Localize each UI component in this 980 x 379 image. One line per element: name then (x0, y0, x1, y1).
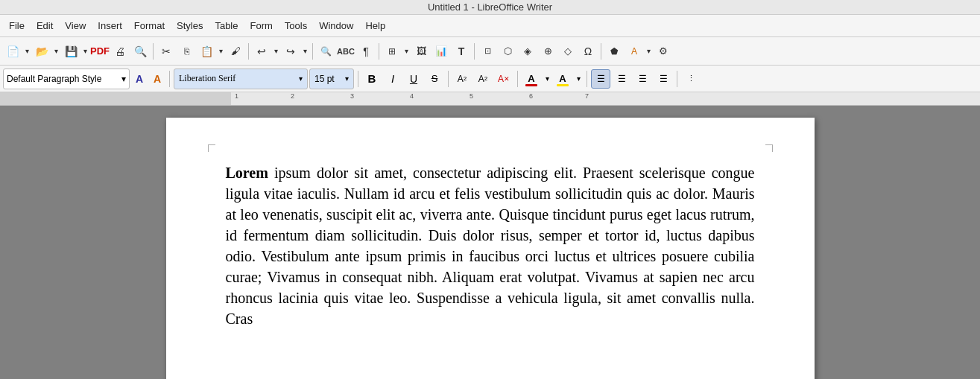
align-justify-button[interactable]: ☰ (654, 69, 673, 89)
save-button-group: 💾 ▾ (61, 42, 89, 61)
export-pdf-button[interactable]: PDF (90, 42, 110, 61)
fontwork-group: A ▾ (625, 42, 653, 61)
save-dropdown[interactable]: ▾ (80, 42, 89, 61)
copy-button[interactable]: ⎘ (177, 42, 196, 61)
find-replace-button[interactable]: 🔍 (316, 42, 335, 61)
text-body: ipsum dolor sit amet, consectetur adipis… (226, 165, 755, 327)
font-name-label: Liberation Serif (179, 73, 235, 84)
subscript-button[interactable]: A2 (473, 69, 493, 89)
paste-dropdown[interactable]: ▾ (216, 42, 225, 61)
menu-window[interactable]: Window (313, 18, 359, 34)
gallery-button[interactable]: ◇ (558, 42, 578, 61)
redo-button-group: ↪ ▾ (281, 42, 309, 61)
shapes-button[interactable]: ⬟ (604, 42, 624, 61)
menu-insert[interactable]: Insert (92, 18, 128, 34)
sep5 (474, 43, 475, 60)
redo-dropdown[interactable]: ▾ (300, 42, 309, 61)
hyperlink-button[interactable]: ⬡ (498, 42, 517, 61)
save-button[interactable]: 💾 (61, 42, 80, 61)
menu-tools[interactable]: Tools (279, 18, 313, 34)
styles-button[interactable]: ⊕ (538, 42, 557, 61)
menu-form[interactable]: Form (244, 18, 278, 34)
corner-tr-v (772, 144, 773, 152)
font-color-dropdown[interactable]: ▾ (543, 69, 551, 89)
document-area: Lorem ipsum dolor sit amet, consectetur … (0, 106, 980, 379)
paste-button[interactable]: 📋 (197, 42, 216, 61)
ruler: 1 2 3 4 5 6 7 (0, 92, 980, 106)
new-button-group: 📄 ▾ (3, 42, 31, 61)
font-name-dropdown[interactable]: Liberation Serif ▾ (174, 69, 308, 89)
font-name-arrow: ▾ (299, 74, 303, 83)
font-color-button[interactable]: A (522, 69, 541, 89)
undo-dropdown[interactable]: ▾ (271, 42, 280, 61)
sep-fmt1 (169, 71, 170, 87)
undo-button-group: ↩ ▾ (252, 42, 280, 61)
align-center-button[interactable]: ☰ (612, 69, 631, 89)
cut-button[interactable]: ✂ (157, 42, 176, 61)
undo-button[interactable]: ↩ (252, 42, 271, 61)
strikethrough-button[interactable]: S (425, 69, 444, 89)
sep-fmt6 (677, 71, 677, 87)
clone-formatting-button[interactable]: 🖌 (226, 42, 245, 61)
sep1 (153, 43, 154, 60)
menu-file[interactable]: File (3, 18, 31, 34)
insert-image-button[interactable]: 🖼 (411, 42, 431, 61)
font-size-dropdown[interactable]: 15 pt ▾ (309, 69, 354, 89)
corner-tl-v (208, 144, 209, 152)
align-left-button[interactable]: ☰ (591, 69, 610, 89)
formatting-toolbar: Default Paragraph Style ▾ A A Liberation… (0, 66, 980, 92)
italic-button[interactable]: I (383, 69, 402, 89)
open-button-group: 📂 ▾ (32, 42, 60, 61)
paragraph-style-dropdown[interactable]: Default Paragraph Style ▾ (3, 69, 130, 89)
highlight-dropdown[interactable]: ▾ (574, 69, 583, 89)
paste-button-group: 📋 ▾ (197, 42, 225, 61)
paragraph-style-arrow: ▾ (118, 74, 126, 84)
menubar: File Edit View Insert Format Styles Tabl… (0, 15, 980, 37)
print-preview-button[interactable]: 🔍 (130, 42, 150, 61)
menu-styles[interactable]: Styles (171, 18, 209, 34)
ruler-left-margin (0, 92, 231, 105)
ruler-tick-1: 1 (235, 92, 238, 100)
field-button[interactable]: ⊡ (478, 42, 497, 61)
new-dropdown[interactable]: ▾ (22, 42, 31, 61)
align-right-button[interactable]: ☰ (633, 69, 652, 89)
menu-help[interactable]: Help (359, 18, 391, 34)
menu-format[interactable]: Format (128, 18, 171, 34)
insert-table-button[interactable]: ⊞ (382, 42, 402, 61)
menu-edit[interactable]: Edit (31, 18, 59, 34)
spellcheck-button[interactable]: ABC (336, 42, 355, 61)
fontwork-dropdown[interactable]: ▾ (644, 42, 653, 61)
underline-button[interactable]: U (404, 69, 423, 89)
highlight-button[interactable]: A (553, 69, 572, 89)
insert-textbox-button[interactable]: T (452, 42, 471, 61)
formatting-marks-button[interactable]: ¶ (356, 42, 376, 61)
sep-fmt4 (517, 71, 518, 87)
ruler-tick-5: 5 (470, 92, 473, 100)
font-size-arrow: ▾ (345, 74, 349, 83)
new-button[interactable]: 📄 (3, 42, 22, 61)
menu-table[interactable]: Table (209, 18, 244, 34)
insert-chart-button[interactable]: 📊 (431, 42, 451, 61)
macro-button[interactable]: ⚙ (654, 42, 673, 61)
navigator-button[interactable]: ◈ (518, 42, 537, 61)
menu-view[interactable]: View (59, 18, 92, 34)
open-button[interactable]: 📂 (32, 42, 51, 61)
corner-tl-h (208, 144, 215, 145)
ruler-tick-2: 2 (291, 92, 294, 100)
superscript-button[interactable]: A2 (452, 69, 472, 89)
font-color-select-button[interactable]: A (131, 71, 148, 87)
fontwork-button[interactable]: A (625, 42, 644, 61)
bold-button[interactable]: B (362, 69, 382, 89)
print-button[interactable]: 🖨 (110, 42, 130, 61)
ruler-tick-7: 7 (585, 92, 589, 100)
insert-table-dropdown[interactable]: ▾ (402, 42, 411, 61)
line-spacing-button[interactable]: ⋮ (681, 69, 701, 89)
special-char-button[interactable]: Ω (578, 42, 598, 61)
highlight-select-button[interactable]: A (149, 71, 165, 87)
sep3 (312, 43, 313, 60)
paragraph-style-label: Default Paragraph Style (7, 74, 101, 84)
open-dropdown[interactable]: ▾ (51, 42, 60, 61)
redo-button[interactable]: ↪ (281, 42, 300, 61)
font-size-label: 15 pt (314, 74, 335, 84)
clear-formatting-button[interactable]: A✕ (494, 69, 513, 89)
